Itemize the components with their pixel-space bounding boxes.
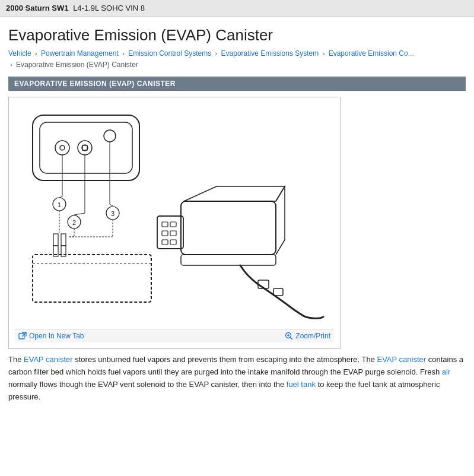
section-header: EVAPORATIVE EMISSION (EVAP) CANISTER xyxy=(8,77,466,91)
top-bar: 2000 Saturn SW1 L4-1.9L SOHC VIN 8 xyxy=(0,0,474,17)
desc-link-fuel-tank[interactable]: fuel tank xyxy=(287,380,316,389)
svg-line-45 xyxy=(291,338,293,340)
svg-text:3: 3 xyxy=(111,210,114,217)
breadcrumb: Vehicle › Powertrain Management › Emissi… xyxy=(8,48,466,71)
zoom-icon xyxy=(285,332,293,340)
diagram-container: 1 2 3 xyxy=(8,97,341,349)
desc-text-2: stores unburned fuel vapors and prevents… xyxy=(73,355,377,364)
diagram-toolbar: Open In New Tab Zoom/Print xyxy=(15,329,334,342)
main-content: Evaporative Emission (EVAP) Canister Veh… xyxy=(0,17,474,415)
svg-rect-38 xyxy=(162,240,168,245)
engine-spec: L4-1.9L SOHC VIN 8 xyxy=(73,4,145,12)
svg-rect-6 xyxy=(82,145,87,150)
open-new-tab-button[interactable]: Open In New Tab xyxy=(18,332,84,340)
svg-rect-42 xyxy=(19,334,24,339)
svg-rect-20 xyxy=(53,234,58,246)
svg-point-4 xyxy=(78,141,92,155)
breadcrumb-vehicle[interactable]: Vehicle xyxy=(8,49,31,58)
diagram-svg: 1 2 3 xyxy=(15,103,329,329)
desc-link-air[interactable]: air xyxy=(442,367,450,376)
breadcrumb-current: Evaporative Emission (EVAP) Canister xyxy=(16,61,138,69)
svg-rect-36 xyxy=(162,231,168,236)
svg-rect-35 xyxy=(170,222,176,227)
breadcrumb-emission-control[interactable]: Emission Control Systems xyxy=(128,49,211,58)
svg-rect-31 xyxy=(181,201,276,255)
svg-point-3 xyxy=(60,145,65,150)
open-tab-icon xyxy=(18,332,27,340)
svg-rect-0 xyxy=(33,115,139,180)
breadcrumb-evap-co[interactable]: Evaporative Emission Co... xyxy=(329,49,414,58)
vehicle-name: 2000 Saturn SW1 xyxy=(6,4,69,12)
desc-text-1: The xyxy=(8,355,24,364)
svg-rect-1 xyxy=(40,122,132,173)
svg-text:2: 2 xyxy=(72,219,76,226)
svg-text:1: 1 xyxy=(58,201,61,208)
description: The EVAP canister stores unburned fuel v… xyxy=(8,354,465,403)
desc-text-4: normally flows though the EVAP vent sole… xyxy=(8,380,287,389)
svg-rect-21 xyxy=(61,234,66,246)
svg-rect-34 xyxy=(162,222,168,227)
svg-point-2 xyxy=(55,141,69,155)
desc-link-evap-canister-2[interactable]: EVAP canister xyxy=(377,355,426,364)
desc-link-evap-canister-1[interactable]: EVAP canister xyxy=(24,355,73,364)
svg-line-19 xyxy=(110,204,113,206)
svg-rect-37 xyxy=(170,231,176,236)
svg-rect-39 xyxy=(170,240,176,245)
svg-line-15 xyxy=(74,213,85,215)
zoom-print-button[interactable]: Zoom/Print xyxy=(285,332,330,340)
svg-rect-41 xyxy=(273,288,283,296)
svg-rect-27 xyxy=(33,255,151,302)
svg-rect-32 xyxy=(181,255,276,265)
svg-point-7 xyxy=(104,130,116,142)
breadcrumb-evap-system[interactable]: Evaporative Emissions System xyxy=(221,49,319,58)
page-title: Evaporative Emission (EVAP) Canister xyxy=(8,26,466,45)
breadcrumb-powertrain[interactable]: Powertrain Management xyxy=(41,49,119,58)
